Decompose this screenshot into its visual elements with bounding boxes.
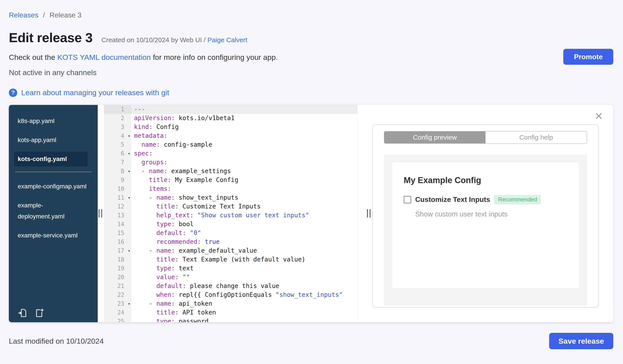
line-number: 1	[104, 105, 131, 114]
code-line-text: title: My Example Config	[131, 176, 238, 184]
line-number: 9	[104, 176, 131, 184]
code-line[interactable]: 24 title: API token	[104, 308, 357, 317]
help-question-icon[interactable]: ?	[9, 89, 17, 97]
code-line[interactable]: 23▾ - name: api_token	[104, 299, 357, 308]
sidebar-file-k8s-app.yaml[interactable]: k8s-app.yaml	[14, 114, 88, 128]
code-line-text: type: password	[131, 317, 208, 322]
code-line[interactable]: 10 items:	[104, 184, 357, 193]
line-number: 13	[104, 211, 131, 220]
release-editor-workspace: k8s-app.yamlkots-app.yamlkots-config.yam…	[9, 105, 613, 322]
tab-config-preview[interactable]: Config preview	[384, 131, 486, 143]
line-number: 17▾	[104, 246, 131, 255]
import-file-icon[interactable]	[18, 308, 27, 318]
git-help-row: ? Learn about managing your releases wit…	[9, 88, 613, 97]
git-help-link[interactable]: Learn about managing your releases with …	[21, 88, 169, 97]
code-line[interactable]: 12 title: Customize Text Inputs	[104, 202, 357, 211]
line-number: 5	[104, 140, 131, 149]
line-number: 24	[104, 308, 131, 317]
code-line[interactable]: 14 type: bool	[104, 220, 357, 229]
code-line-text: title: Text Example (with default value)	[131, 255, 305, 264]
code-line[interactable]: 8▾ - name: example_settings	[104, 167, 357, 176]
close-icon[interactable]: ×	[595, 109, 603, 122]
created-author-link[interactable]: Paige Calvert	[207, 36, 247, 43]
breadcrumb: Releases / Release 3	[9, 11, 613, 20]
code-line-text: value: ""	[131, 273, 190, 282]
config-preview-card: Config previewConfig help My Example Con…	[372, 124, 599, 308]
line-number: 6▾	[104, 149, 131, 158]
code-line-text: title: Customize Text Inputs	[131, 202, 261, 211]
line-number: 25	[104, 317, 131, 322]
code-line-text: title: API token	[131, 308, 216, 317]
created-text: Created on 10/10/2024 by Web UI /	[101, 36, 206, 43]
code-line-text: kind: Config	[131, 122, 179, 131]
sidebar-file-example-service.yaml[interactable]: example-service.yaml	[14, 228, 88, 243]
resize-handle-left[interactable]	[99, 209, 102, 218]
line-number: 16	[104, 237, 131, 246]
code-line[interactable]: 7 groups:	[104, 158, 357, 167]
code-line[interactable]: 18 title: Text Example (with default val…	[104, 255, 357, 264]
code-line[interactable]: 21 default: please change this value	[104, 282, 357, 290]
code-line[interactable]: 13 help_text: "Show custom user text inp…	[104, 211, 357, 220]
sidebar-file-kots-config.yaml[interactable]: kots-config.yaml	[14, 152, 88, 166]
new-file-icon[interactable]	[35, 308, 44, 318]
code-line[interactable]: 1---	[104, 105, 357, 114]
fold-arrow-icon[interactable]: ▾	[128, 167, 131, 176]
sidebar-file-kots-app.yaml[interactable]: kots-app.yaml	[14, 133, 88, 147]
save-release-button[interactable]: Save release	[549, 333, 613, 349]
line-number: 14	[104, 220, 131, 229]
code-line[interactable]: 19 type: text	[104, 264, 357, 273]
line-number: 11▾	[104, 193, 131, 202]
code-line[interactable]: 20 value: ""	[104, 273, 357, 282]
code-line-text: apiVersion: kots.io/v1beta1	[131, 114, 235, 122]
fold-arrow-icon[interactable]: ▾	[128, 149, 131, 158]
config-checkbox[interactable]	[404, 196, 411, 203]
recommended-badge: Recommended	[494, 195, 541, 204]
breadcrumb-link-releases[interactable]: Releases	[9, 11, 38, 19]
code-line[interactable]: 17▾ - name: example_default_value	[104, 246, 357, 255]
line-number: 18	[104, 255, 131, 264]
code-line[interactable]: 3kind: Config	[104, 122, 357, 131]
code-line[interactable]: 5 name: config-sample	[104, 140, 357, 149]
code-line-text: - name: example_settings	[131, 167, 231, 176]
promote-button[interactable]: Promote	[563, 49, 613, 65]
sidebar-file-example-deployment.yaml[interactable]: example-deployment.yaml	[14, 198, 88, 224]
code-line-text: groups:	[131, 158, 168, 167]
channel-status: Not active in any channels	[9, 68, 613, 77]
code-line[interactable]: 6▾spec:	[104, 149, 357, 158]
code-line-text: items:	[131, 184, 171, 193]
config-option-help-text: Show custom user text inputs	[415, 210, 567, 218]
line-number: 10	[104, 184, 131, 193]
code-line-text: default: "0"	[131, 229, 201, 237]
fold-arrow-icon[interactable]: ▾	[128, 131, 131, 140]
code-line-text: - name: example_default_value	[131, 246, 257, 255]
code-line-text: type: text	[131, 264, 194, 273]
page-title: Edit release 3	[9, 30, 93, 45]
code-line[interactable]: 2apiVersion: kots.io/v1beta1	[104, 114, 357, 122]
line-number: 22	[104, 290, 131, 299]
code-line[interactable]: 22 when: repl{{ ConfigOptionEquals "show…	[104, 290, 357, 299]
line-number: 23▾	[104, 299, 131, 308]
footer: Last modified on 10/10/2024 Save release	[9, 333, 613, 349]
line-number: 7	[104, 158, 131, 167]
preview-tabs: Config previewConfig help	[384, 131, 587, 144]
kots-yaml-docs-link[interactable]: KOTS YAML documentation	[57, 53, 151, 61]
sidebar-file-example-configmap.yaml[interactable]: example-configmap.yaml	[14, 179, 88, 194]
resize-handle-right[interactable]	[367, 209, 371, 218]
code-line[interactable]: 11▾ - name: show_text_inputs	[104, 193, 357, 202]
code-line-text: name: config-sample	[131, 140, 212, 149]
config-group-title: My Example Config	[404, 176, 567, 185]
fold-arrow-icon[interactable]: ▾	[128, 299, 131, 308]
config-option-row: Customize Text Inputs Recommended	[404, 195, 567, 204]
code-line-text: default: please change this value	[131, 282, 279, 290]
tab-config-help[interactable]: Config help	[486, 131, 587, 143]
fold-arrow-icon[interactable]: ▾	[128, 193, 131, 202]
code-lines: 1---2apiVersion: kots.io/v1beta13kind: C…	[104, 105, 357, 322]
code-line[interactable]: 15 default: "0"	[104, 229, 357, 237]
fold-arrow-icon[interactable]: ▾	[128, 246, 131, 255]
code-line[interactable]: 16 recommended: true	[104, 237, 357, 246]
config-option-label: Customize Text Inputs	[415, 196, 490, 204]
code-line[interactable]: 9 title: My Example Config	[104, 176, 357, 184]
code-line[interactable]: 4▾metadata:	[104, 131, 357, 140]
code-line[interactable]: 25 type: password	[104, 317, 357, 322]
yaml-code-editor[interactable]: 1---2apiVersion: kots.io/v1beta13kind: C…	[98, 105, 357, 322]
